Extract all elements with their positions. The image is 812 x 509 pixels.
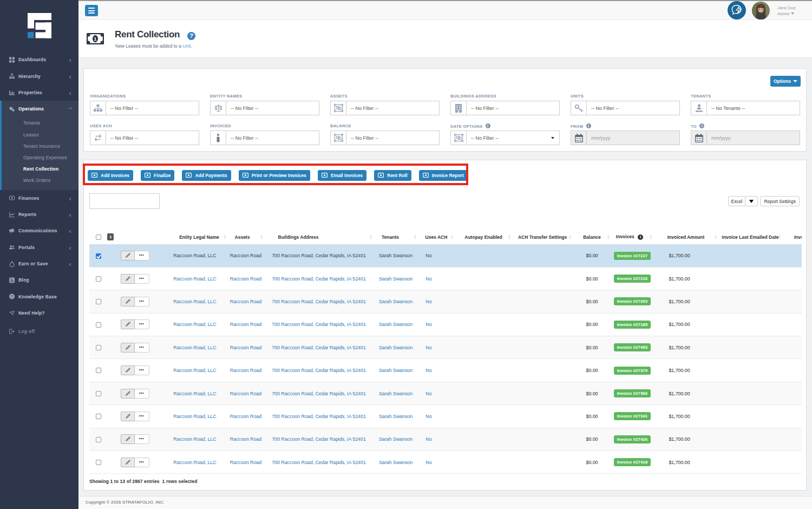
svg-text:?: ? <box>11 295 13 298</box>
svg-text:1: 1 <box>94 36 97 42</box>
